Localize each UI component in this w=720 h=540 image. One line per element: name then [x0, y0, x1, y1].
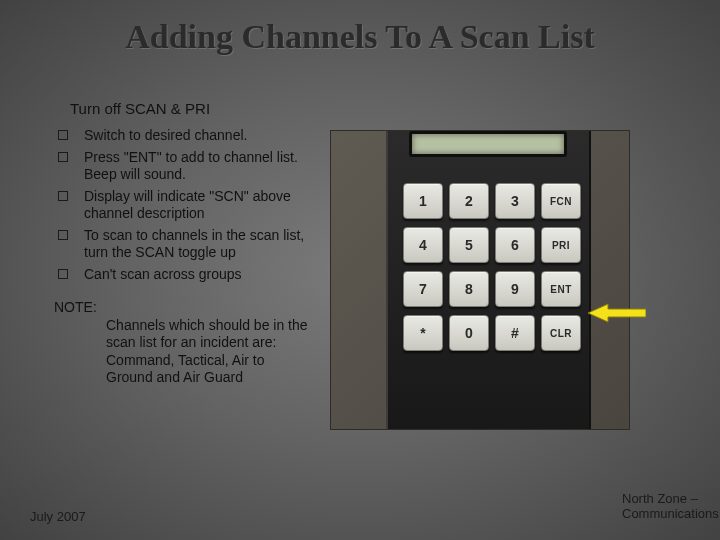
note-label: NOTE: [54, 299, 101, 315]
key-hash: # [495, 315, 535, 351]
key-1: 1 [403, 183, 443, 219]
key-5: 5 [449, 227, 489, 263]
svg-marker-0 [588, 304, 646, 322]
radio-image: 1 2 3 FCN 4 5 6 PRI 7 8 9 ENT * 0 # CLR [330, 130, 630, 430]
key-3: 3 [495, 183, 535, 219]
key-pri: PRI [541, 227, 581, 263]
key-9: 9 [495, 271, 535, 307]
key-8: 8 [449, 271, 489, 307]
note-body: Channels which should be in the scan lis… [54, 317, 310, 387]
content-block: Turn off SCAN & PRI Switch to desired ch… [30, 100, 310, 387]
list-item: To scan to channels in the scan list, tu… [54, 227, 310, 262]
list-item: Can't scan across groups [54, 266, 310, 284]
list-item: Display will indicate "SCN" above channe… [54, 188, 310, 223]
key-7: 7 [403, 271, 443, 307]
key-clr: CLR [541, 315, 581, 351]
key-0: 0 [449, 315, 489, 351]
intro-text: Turn off SCAN & PRI [70, 100, 310, 117]
key-4: 4 [403, 227, 443, 263]
radio-screen [409, 131, 567, 157]
list-item: Press "ENT" to add to channel list. Beep… [54, 149, 310, 184]
footer-source: North Zone – Communications [622, 492, 700, 522]
key-ent: ENT [541, 271, 581, 307]
footer-date: July 2007 [30, 509, 86, 524]
list-item: Switch to desired channel. [54, 127, 310, 145]
key-star: * [403, 315, 443, 351]
arrow-icon [588, 302, 646, 324]
key-6: 6 [495, 227, 535, 263]
key-fcn: FCN [541, 183, 581, 219]
bullet-list: Switch to desired channel. Press "ENT" t… [30, 127, 310, 283]
key-2: 2 [449, 183, 489, 219]
radio-keypad: 1 2 3 FCN 4 5 6 PRI 7 8 9 ENT * 0 # CLR [403, 183, 579, 351]
slide-title: Adding Channels To A Scan List [0, 0, 720, 56]
note-text: NOTE:Channels which should be in the sca… [30, 299, 310, 387]
